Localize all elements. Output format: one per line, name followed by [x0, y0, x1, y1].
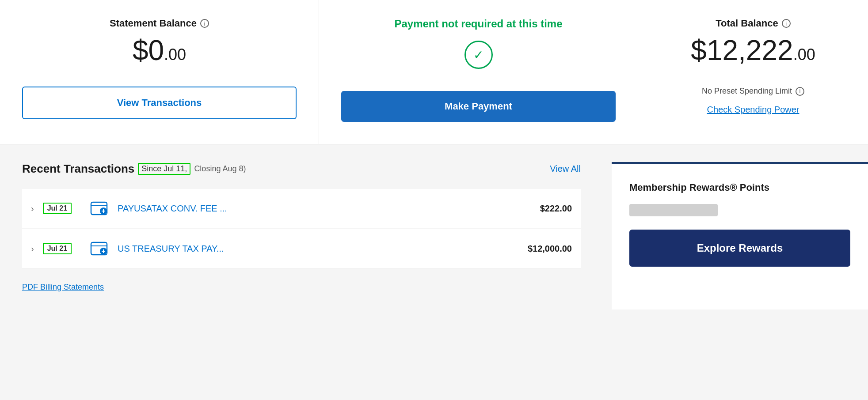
statement-balance-info-icon[interactable]: i: [200, 19, 209, 28]
bottom-section: Recent Transactions Since Jul 11, Closin…: [0, 144, 868, 309]
rewards-panel: Membership Rewards® Points Explore Rewar…: [612, 162, 868, 309]
transaction-amount-2: $12,000.00: [528, 244, 572, 254]
payment-check-icon: ✓: [464, 41, 493, 69]
statement-balance-amount: $0.00: [133, 36, 186, 64]
chevron-right-icon[interactable]: ›: [31, 244, 34, 254]
recent-transactions-title: Recent Transactions Since Jul 11, Closin…: [22, 162, 246, 176]
transaction-icon-2: [89, 239, 109, 258]
make-payment-button[interactable]: Make Payment: [341, 91, 616, 122]
closing-text: Closing Aug 8): [194, 164, 246, 174]
check-spending-power-link[interactable]: Check Spending Power: [707, 105, 799, 115]
explore-rewards-button[interactable]: Explore Rewards: [629, 230, 850, 267]
transaction-icon-1: [89, 199, 109, 218]
statement-balance-panel: Statement Balance i $0.00 View Transacti…: [0, 0, 319, 144]
transaction-amount-1: $222.00: [540, 204, 572, 214]
total-balance-panel: Total Balance i $12,222.00 No Preset Spe…: [638, 0, 868, 144]
table-row[interactable]: › Jul 21 PAYUSATAX CONV. FEE ... $222.00: [22, 189, 581, 228]
total-balance-amount: $12,222.00: [691, 36, 815, 64]
chevron-right-icon[interactable]: ›: [31, 204, 34, 214]
view-all-link[interactable]: View All: [550, 164, 581, 174]
no-preset-info-icon[interactable]: i: [796, 87, 804, 96]
transaction-name-1: PAYUSATAX CONV. FEE ...: [118, 204, 540, 214]
pdf-billing-statements-link[interactable]: PDF Billing Statements: [22, 283, 104, 292]
action-buttons: View Transactions: [22, 87, 297, 119]
transactions-panel: Recent Transactions Since Jul 11, Closin…: [0, 162, 603, 309]
total-balance-info-icon[interactable]: i: [782, 19, 791, 28]
rewards-title: Membership Rewards® Points: [629, 182, 850, 193]
payment-status-panel: Payment not required at this time ✓ Make…: [319, 0, 638, 144]
transaction-name-2: US TREASURY TAX PAY...: [118, 244, 528, 254]
make-payment-row: Make Payment: [341, 91, 616, 122]
statement-balance-label: Statement Balance i: [110, 18, 209, 29]
view-transactions-button[interactable]: View Transactions: [22, 87, 297, 119]
rewards-points-value: [629, 204, 718, 216]
table-row[interactable]: › Jul 21 US TREASURY TAX PAY... $12,000.…: [22, 229, 581, 268]
since-badge: Since Jul 11,: [138, 163, 190, 175]
no-preset-spending-label: No Preset Spending Limit i: [702, 87, 804, 96]
payment-status-text: Payment not required at this time: [394, 18, 562, 30]
total-balance-label: Total Balance i: [716, 18, 790, 29]
recent-transactions-header: Recent Transactions Since Jul 11, Closin…: [22, 162, 581, 176]
top-section: Statement Balance i $0.00 View Transacti…: [0, 0, 868, 144]
transaction-date-2: Jul 21: [43, 243, 72, 254]
transaction-date-1: Jul 21: [43, 203, 72, 214]
